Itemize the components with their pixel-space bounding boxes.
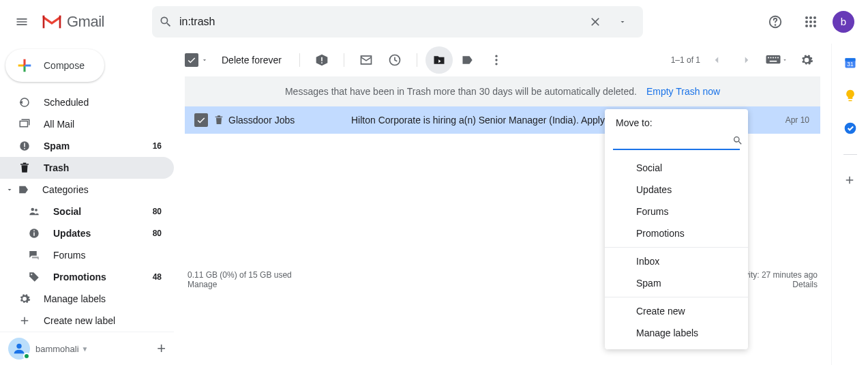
search-clear-button[interactable] — [582, 8, 609, 35]
get-addons-button[interactable] — [843, 174, 857, 188]
sidebar-item-label: Forums — [53, 250, 85, 261]
toolbar: Delete forever 1–1 of 1 — [174, 44, 831, 76]
check-icon — [196, 115, 206, 125]
manage-storage-link[interactable]: Manage — [188, 280, 217, 289]
sidebar-item-create-label[interactable]: Create new label — [0, 310, 174, 332]
sidebar-item-label: Social — [53, 206, 81, 217]
calendar-icon: 31 — [843, 56, 857, 70]
svg-rect-22 — [321, 57, 323, 61]
popover-item[interactable]: Spam — [605, 272, 748, 294]
older-button[interactable] — [733, 46, 760, 74]
caret-down-icon[interactable]: ▼ — [82, 345, 89, 353]
svg-rect-18 — [33, 233, 35, 236]
sidebar-item-label: All Mail — [44, 119, 74, 130]
sidebar-item-allmail[interactable]: All Mail — [0, 113, 174, 135]
svg-point-25 — [495, 55, 497, 57]
popover-search-input[interactable] — [613, 135, 732, 146]
search-bar[interactable] — [152, 6, 643, 38]
mail-date: Apr 10 — [785, 115, 809, 125]
row-checkbox[interactable] — [194, 113, 208, 127]
svg-point-15 — [31, 208, 35, 211]
support-button[interactable] — [762, 8, 789, 35]
separator — [605, 247, 748, 248]
sidebar-item-count: 80 — [153, 229, 162, 238]
report-spam-button[interactable] — [308, 46, 335, 74]
gmail-logo[interactable]: Gmail — [41, 13, 104, 31]
svg-rect-13 — [24, 143, 25, 147]
page-count: 1–1 of 1 — [671, 55, 700, 65]
sidebar-item-manage-labels[interactable]: Manage labels — [0, 288, 174, 310]
delete-forever-button[interactable]: Delete forever — [222, 55, 282, 65]
input-tool-button[interactable] — [763, 46, 790, 74]
hangouts-footer: bammohali ▼ + — [0, 332, 174, 365]
main-content: Delete forever 1–1 of 1 Messages that ha… — [174, 44, 831, 365]
trash-icon — [18, 162, 31, 174]
svg-point-8 — [805, 25, 808, 27]
sidebar-item-count: 80 — [153, 207, 162, 216]
popover-item[interactable]: Social — [605, 157, 748, 179]
compose-button[interactable]: Compose — [5, 49, 104, 82]
svg-point-7 — [813, 20, 816, 23]
info-icon — [28, 227, 40, 239]
newer-button[interactable] — [703, 46, 730, 74]
sidebar-item-forums[interactable]: Forums — [0, 244, 174, 266]
popover-search[interactable] — [613, 132, 740, 150]
details-link[interactable]: Details — [792, 280, 818, 289]
popover-item[interactable]: Create new — [605, 300, 748, 322]
settings-button[interactable] — [793, 46, 820, 74]
account-avatar[interactable]: b — [833, 11, 854, 33]
popover-item[interactable]: Inbox — [605, 250, 748, 272]
labels-button[interactable] — [454, 46, 481, 74]
tasks-addon[interactable] — [843, 121, 857, 135]
mark-unread-button[interactable] — [353, 46, 380, 74]
mail-subject-text: Hilton Corporate is hiring a(n) Senior M… — [351, 115, 629, 126]
sidebar-item-updates[interactable]: Updates 80 — [0, 222, 174, 244]
sidebar-item-categories[interactable]: Categories — [0, 179, 174, 201]
more-button[interactable] — [483, 46, 510, 74]
move-to-button[interactable] — [425, 46, 453, 74]
toolbar-right: 1–1 of 1 — [671, 46, 820, 74]
sidebar-item-trash[interactable]: Trash — [0, 157, 174, 179]
sidebar-item-label: Promotions — [53, 272, 106, 282]
svg-rect-30 — [770, 57, 772, 59]
popover-item[interactable]: Manage labels — [605, 322, 748, 344]
svg-rect-31 — [773, 57, 774, 59]
hangouts-avatar[interactable] — [8, 338, 30, 360]
sidebar-item-promotions[interactable]: Promotions 48 — [0, 266, 174, 288]
popover-item[interactable]: Updates — [605, 179, 748, 201]
svg-rect-23 — [321, 62, 323, 63]
sidebar-item-spam[interactable]: Spam 16 — [0, 135, 174, 157]
hamburger-icon — [15, 15, 29, 29]
people-icon — [28, 205, 40, 218]
spam-icon — [18, 140, 31, 152]
main-menu-button[interactable] — [5, 5, 38, 38]
popover-item[interactable]: Forums — [605, 201, 748, 222]
sidebar-item-label: Updates — [53, 228, 91, 239]
sidebar-item-label: Categories — [42, 184, 89, 195]
separator — [417, 53, 417, 67]
mail-sender: Glassdoor Jobs — [228, 115, 351, 126]
select-all-checkbox[interactable] — [185, 53, 198, 67]
separator — [605, 297, 748, 297]
close-icon — [588, 15, 602, 29]
sidebar-item-social[interactable]: Social 80 — [0, 201, 174, 222]
search-icon — [732, 135, 743, 146]
sidebar-item-scheduled[interactable]: Scheduled — [0, 91, 174, 113]
plus-icon — [843, 174, 856, 186]
new-conversation-button[interactable]: + — [157, 340, 166, 357]
search-input[interactable] — [179, 16, 582, 28]
tag-icon — [28, 271, 40, 283]
keep-addon[interactable] — [843, 89, 857, 102]
popover-item[interactable]: Promotions — [605, 222, 748, 244]
caret-down-icon — [201, 57, 208, 63]
empty-trash-link[interactable]: Empty Trash now — [646, 86, 720, 97]
sidebar-item-label: Trash — [44, 162, 69, 173]
google-apps-button[interactable] — [797, 8, 824, 35]
search-options-button[interactable] — [609, 8, 636, 35]
svg-rect-28 — [766, 55, 781, 63]
spam-icon — [315, 53, 329, 67]
calendar-addon[interactable]: 31 — [843, 56, 857, 70]
snooze-button[interactable] — [381, 46, 408, 74]
select-dropdown[interactable] — [201, 57, 211, 63]
svg-rect-14 — [24, 148, 25, 149]
